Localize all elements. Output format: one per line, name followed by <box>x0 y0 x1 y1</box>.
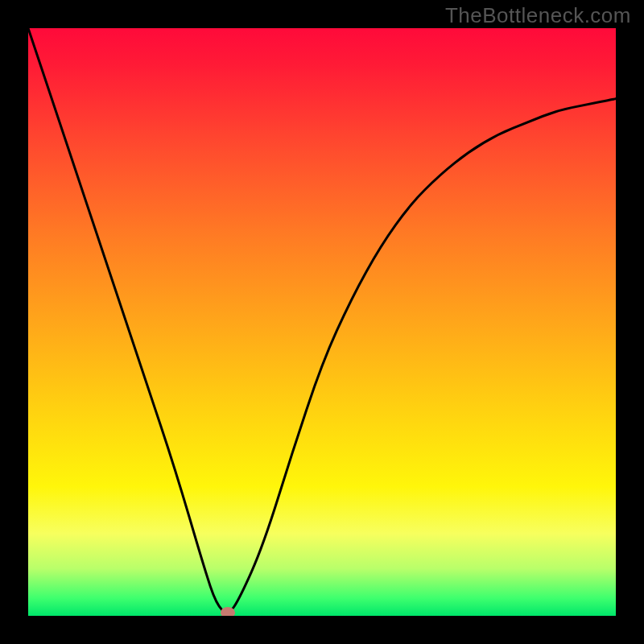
bottleneck-curve <box>28 28 616 616</box>
watermark-text: TheBottleneck.com <box>445 3 631 28</box>
chart-frame: TheBottleneck.com <box>0 0 644 644</box>
curve-path <box>28 28 616 613</box>
bottleneck-marker <box>221 607 235 616</box>
plot-area <box>28 28 616 616</box>
